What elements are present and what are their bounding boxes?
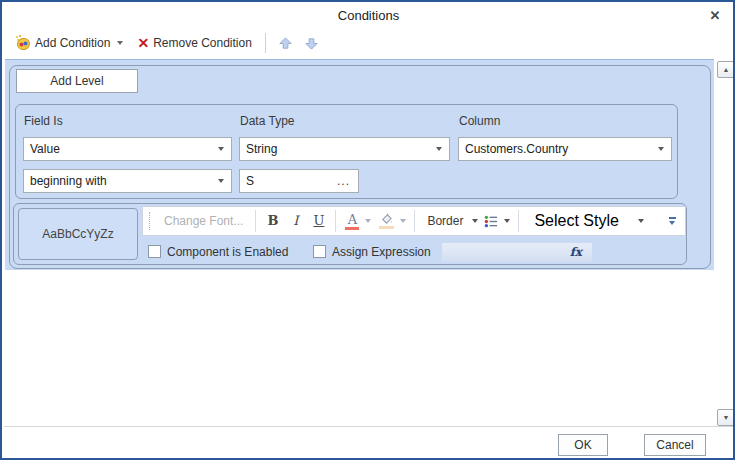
selected-condition-item[interactable]: Add Level Field Is Data Type Column Valu… xyxy=(5,59,714,270)
select-style-value: Select Style xyxy=(534,212,618,230)
toolbar-separator xyxy=(265,33,266,53)
arrow-up-icon xyxy=(278,36,293,51)
remove-condition-button[interactable]: ✕ Remove Condition xyxy=(134,32,254,54)
format-separator xyxy=(255,210,256,232)
chevron-down-icon xyxy=(638,219,644,223)
fill-color-bar xyxy=(379,226,394,229)
condition-fields-group: Field Is Data Type Column Value String C… xyxy=(15,104,678,199)
chevron-down-icon xyxy=(365,219,371,223)
chevron-down-icon xyxy=(669,221,675,225)
add-condition-label: Add Condition xyxy=(35,36,110,50)
font-color-bar xyxy=(345,227,359,230)
border-label: Border xyxy=(423,209,467,233)
operation-dropdown[interactable]: beginning with xyxy=(23,169,232,193)
condition-style-group: AaBbCcYyZz Change Font... B I U A xyxy=(13,203,687,265)
conditions-list-button[interactable] xyxy=(481,209,513,233)
arrow-down-icon xyxy=(304,36,319,51)
options-row: Component is Enabled Assign Expression f… xyxy=(14,242,686,262)
condition-style-icon xyxy=(15,35,31,51)
conditions-list-area: Add Level Field Is Data Type Column Valu… xyxy=(4,57,733,426)
column-dropdown[interactable]: Customers.Country xyxy=(458,137,672,161)
component-enabled-checkbox[interactable] xyxy=(148,245,161,258)
overflow-bar xyxy=(669,217,676,219)
border-button[interactable]: Border xyxy=(420,209,481,233)
chevron-down-icon xyxy=(218,147,224,151)
title-bar: Conditions ✕ xyxy=(4,2,733,28)
browse-ellipsis-button[interactable]: ... xyxy=(337,170,350,192)
conditions-toolbar: Add Condition ✕ Remove Condition xyxy=(4,29,733,57)
field-is-value: Value xyxy=(30,142,60,156)
expression-input[interactable]: fx xyxy=(442,243,592,262)
operation-value: beginning with xyxy=(30,174,107,188)
data-type-value: String xyxy=(246,142,277,156)
vertical-scrollbar[interactable]: ▲ ▼ xyxy=(716,59,735,426)
fill-color-button[interactable] xyxy=(374,209,409,233)
footer: OK Cancel xyxy=(4,427,733,458)
move-down-button[interactable] xyxy=(302,33,322,53)
chevron-down-icon xyxy=(504,219,510,223)
move-up-button[interactable] xyxy=(276,33,296,53)
conditions-dialog: Conditions ✕ Add Condition ✕ Remove Cond… xyxy=(0,0,735,460)
remove-x-icon: ✕ xyxy=(137,36,149,50)
scroll-up-button[interactable]: ▲ xyxy=(717,61,735,78)
font-color-button[interactable]: A xyxy=(341,209,374,233)
font-color-icon: A xyxy=(344,213,360,230)
format-separator xyxy=(335,210,336,232)
data-type-label: Data Type xyxy=(240,114,294,128)
remove-condition-label: Remove Condition xyxy=(153,36,252,50)
toolbar-overflow-button[interactable] xyxy=(665,211,679,231)
chevron-down-icon xyxy=(117,41,123,45)
format-toolbar: Change Font... B I U A xyxy=(142,206,686,236)
chevron-down-icon xyxy=(400,219,406,223)
close-icon[interactable]: ✕ xyxy=(707,8,723,24)
assign-expression-label: Assign Expression xyxy=(332,244,431,260)
column-label: Column xyxy=(459,114,500,128)
dialog-title: Conditions xyxy=(4,8,733,23)
bold-button[interactable]: B xyxy=(261,209,284,233)
add-condition-button[interactable]: Add Condition xyxy=(12,32,126,54)
font-color-letter: A xyxy=(348,213,357,226)
add-level-button[interactable]: Add Level xyxy=(16,69,138,93)
chevron-down-icon xyxy=(472,219,478,223)
toolbar-grip-handle[interactable] xyxy=(149,212,152,230)
select-style-dropdown[interactable]: Select Style xyxy=(524,209,654,233)
chevron-down-icon xyxy=(436,147,442,151)
colored-list-icon xyxy=(484,215,499,228)
operand-value-field[interactable]: S ... xyxy=(239,169,359,193)
chevron-down-icon xyxy=(658,147,664,151)
operand-value: S xyxy=(246,174,254,188)
format-separator xyxy=(414,210,415,232)
component-enabled-label: Component is Enabled xyxy=(167,244,288,260)
underline-button[interactable]: U xyxy=(307,209,330,233)
format-separator xyxy=(518,210,519,232)
chevron-down-icon xyxy=(218,179,224,183)
column-value: Customers.Country xyxy=(465,142,568,156)
italic-button[interactable]: I xyxy=(284,209,307,233)
cancel-button[interactable]: Cancel xyxy=(644,434,706,456)
scroll-down-button[interactable]: ▼ xyxy=(717,409,735,426)
paint-bucket-icon xyxy=(377,213,395,229)
assign-expression-checkbox[interactable] xyxy=(313,245,326,258)
data-type-dropdown[interactable]: String xyxy=(239,137,450,161)
change-font-button[interactable]: Change Font... xyxy=(157,209,250,233)
fx-icon: fx xyxy=(570,245,582,259)
field-is-label: Field Is xyxy=(24,114,63,128)
ok-button[interactable]: OK xyxy=(558,434,608,456)
field-is-dropdown[interactable]: Value xyxy=(23,137,232,161)
